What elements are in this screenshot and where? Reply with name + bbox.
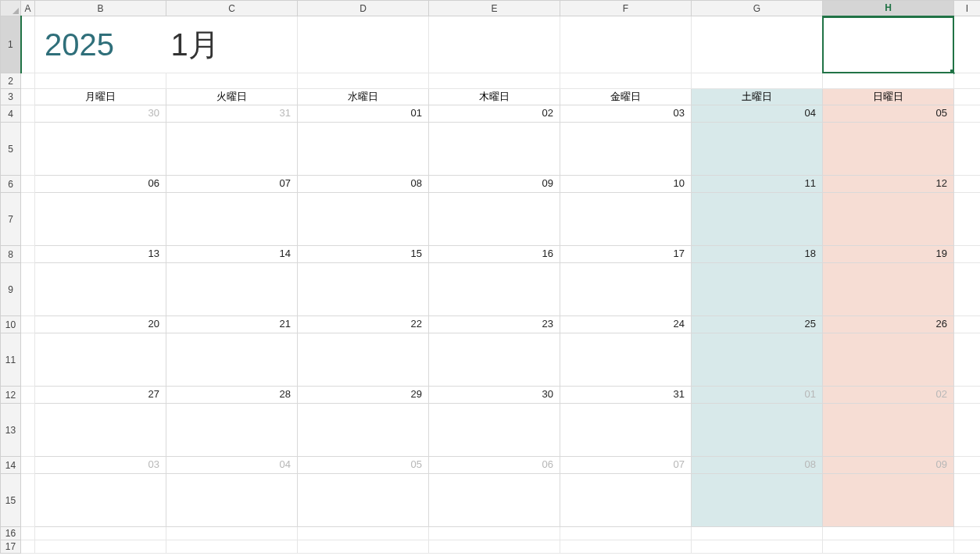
dow-header[interactable]: 火曜日 xyxy=(166,89,298,105)
calendar-day-body[interactable] xyxy=(823,193,954,246)
cell[interactable] xyxy=(21,540,35,554)
col-header-C[interactable]: C xyxy=(166,1,298,16)
col-header-G[interactable]: G xyxy=(692,1,823,16)
cell[interactable] xyxy=(21,89,35,105)
cell[interactable] xyxy=(954,540,981,554)
cell[interactable]: 26 xyxy=(823,316,954,333)
cell[interactable]: 06 xyxy=(35,176,166,193)
row-header-3[interactable]: 3 xyxy=(1,89,21,105)
cell[interactable] xyxy=(692,540,823,554)
cell[interactable] xyxy=(692,73,823,89)
cell[interactable] xyxy=(21,263,35,316)
cell[interactable]: 13 xyxy=(35,246,166,263)
cell[interactable]: 18 xyxy=(692,246,823,263)
cell[interactable] xyxy=(21,457,35,474)
cell[interactable] xyxy=(35,540,166,554)
cell[interactable] xyxy=(560,16,692,73)
cell[interactable]: 02 xyxy=(823,387,954,404)
cell[interactable] xyxy=(954,263,981,316)
calendar-day-body[interactable] xyxy=(429,333,560,387)
col-header-F[interactable]: F xyxy=(560,1,692,16)
calendar-day-body[interactable] xyxy=(166,193,298,246)
cell[interactable]: 01 xyxy=(298,105,429,123)
calendar-day-body[interactable] xyxy=(35,263,166,316)
row-header-13[interactable]: 13 xyxy=(1,404,21,457)
row-header-14[interactable]: 14 xyxy=(1,457,21,474)
dow-header[interactable]: 木曜日 xyxy=(429,89,560,105)
calendar-day-body[interactable] xyxy=(429,404,560,457)
calendar-day-body[interactable] xyxy=(35,474,166,527)
row-header-16[interactable]: 16 xyxy=(1,527,21,540)
row-header-7[interactable]: 7 xyxy=(1,193,21,246)
col-header-H[interactable]: H xyxy=(823,1,954,16)
dow-header[interactable]: 月曜日 xyxy=(35,89,166,105)
calendar-day-body[interactable] xyxy=(692,404,823,457)
cell[interactable] xyxy=(298,540,429,554)
calendar-day-body[interactable] xyxy=(298,404,429,457)
cell[interactable] xyxy=(21,16,35,73)
cell[interactable]: 29 xyxy=(298,387,429,404)
cell[interactable] xyxy=(954,246,981,263)
cell[interactable]: 21 xyxy=(166,316,298,333)
cell[interactable]: 08 xyxy=(692,457,823,474)
cell[interactable] xyxy=(21,246,35,263)
selected-cell-H1[interactable] xyxy=(823,16,954,73)
cell[interactable] xyxy=(823,540,954,554)
cell[interactable]: 27 xyxy=(35,387,166,404)
cell[interactable] xyxy=(21,316,35,333)
calendar-day-body[interactable] xyxy=(692,474,823,527)
cell[interactable]: 22 xyxy=(298,316,429,333)
cell[interactable]: 04 xyxy=(692,105,823,123)
cell[interactable] xyxy=(954,404,981,457)
row-header-6[interactable]: 6 xyxy=(1,176,21,193)
cell[interactable]: 25 xyxy=(692,316,823,333)
select-all-corner[interactable] xyxy=(1,1,21,16)
cell[interactable]: 05 xyxy=(298,457,429,474)
calendar-day-body[interactable] xyxy=(298,193,429,246)
calendar-day-body[interactable] xyxy=(298,474,429,527)
calendar-day-body[interactable] xyxy=(560,123,692,176)
dow-header[interactable]: 金曜日 xyxy=(560,89,692,105)
cell[interactable] xyxy=(954,105,981,123)
cell[interactable] xyxy=(692,16,823,73)
cell[interactable] xyxy=(35,73,166,89)
row-header-4[interactable]: 4 xyxy=(1,105,21,123)
cell[interactable]: 14 xyxy=(166,246,298,263)
cell[interactable]: 30 xyxy=(35,105,166,123)
row-header-10[interactable]: 10 xyxy=(1,316,21,333)
col-header-E[interactable]: E xyxy=(429,1,560,16)
calendar-day-body[interactable] xyxy=(429,263,560,316)
cell[interactable]: 11 xyxy=(692,176,823,193)
cell[interactable] xyxy=(21,193,35,246)
cell[interactable] xyxy=(823,73,954,89)
row-header-17[interactable]: 17 xyxy=(1,540,21,554)
cell[interactable]: 03 xyxy=(560,105,692,123)
calendar-day-body[interactable] xyxy=(429,123,560,176)
cell[interactable] xyxy=(954,123,981,176)
cell[interactable] xyxy=(21,387,35,404)
cell[interactable] xyxy=(954,16,981,73)
cell[interactable] xyxy=(954,527,981,540)
row-header-1[interactable]: 1 xyxy=(1,16,21,73)
cell[interactable]: 17 xyxy=(560,246,692,263)
calendar-day-body[interactable] xyxy=(166,333,298,387)
cell[interactable] xyxy=(954,89,981,105)
col-header-I[interactable]: I xyxy=(954,1,981,16)
calendar-day-body[interactable] xyxy=(560,474,692,527)
calendar-day-body[interactable] xyxy=(692,263,823,316)
cell[interactable]: 03 xyxy=(35,457,166,474)
cell[interactable] xyxy=(298,73,429,89)
col-header-A[interactable]: A xyxy=(21,1,35,16)
row-header-15[interactable]: 15 xyxy=(1,474,21,527)
calendar-day-body[interactable] xyxy=(823,333,954,387)
calendar-day-body[interactable] xyxy=(692,123,823,176)
cell[interactable]: 02 xyxy=(429,105,560,123)
cell[interactable]: 06 xyxy=(429,457,560,474)
cell[interactable] xyxy=(298,527,429,540)
cell[interactable] xyxy=(954,73,981,89)
cell[interactable] xyxy=(823,527,954,540)
cell[interactable]: 24 xyxy=(560,316,692,333)
cell[interactable]: 08 xyxy=(298,176,429,193)
cell[interactable]: 1月 xyxy=(166,16,298,73)
cell[interactable] xyxy=(21,73,35,89)
